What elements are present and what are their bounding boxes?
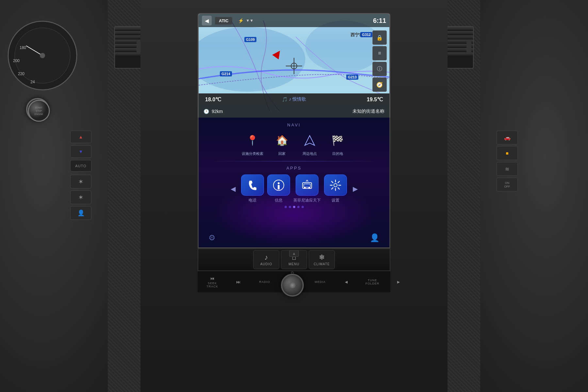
svg-text:ENGINE: ENGINE — [35, 113, 43, 115]
volume-knob[interactable] — [281, 274, 304, 297]
nearby-icon — [301, 131, 319, 149]
person-icon[interactable]: 👤 — [70, 206, 91, 220]
svg-text:START: START — [35, 106, 43, 109]
settings-small-icon[interactable]: ⚙ — [208, 233, 216, 242]
signal-icon: ▼▼ — [246, 18, 253, 23]
nav-screen[interactable]: ◀ ATIC ⚡ ▼▼ 6:11 西宁市 G109 G312 G214 G213 — [198, 13, 390, 118]
climate-bar: 18.0℃ 🎵 ♪ 恨情歌 19.5℃ — [199, 93, 389, 105]
media-button[interactable]: MEDIA — [307, 280, 333, 284]
navi-label: NAVI — [205, 122, 383, 127]
bluetooth-icon: ⚡ — [238, 18, 244, 23]
climate-button[interactable]: ❄ CLIMATE — [309, 250, 335, 269]
media-label: MEDIA — [315, 280, 326, 284]
navi-item-nearby[interactable]: 周边地点 — [301, 131, 319, 156]
audio-icon: ♪ — [265, 253, 268, 262]
svg-point-13 — [305, 21, 383, 72]
map-info-bar: 🕐 92km 未知的街道名称 — [199, 105, 389, 118]
map-back-button[interactable]: ◀ — [202, 16, 212, 25]
on-off-button[interactable]: ONOFF — [497, 178, 518, 191]
main-display: ◀ ATIC ⚡ ▼▼ 6:11 西宁市 G109 G312 G214 G213 — [198, 13, 390, 292]
facility-label: 设施分类检索 — [242, 151, 263, 156]
music-title: ♪ 恨情歌 — [289, 96, 306, 102]
fan-icon[interactable]: ✶ — [70, 175, 91, 188]
street-name: 未知的街道名称 — [352, 108, 384, 114]
apps-label: APPS — [205, 166, 383, 171]
navi-items: 📍 设施分类检索 🏠 回家 周边地点 — [205, 131, 383, 156]
ignition-button[interactable]: START STOP ENGINE — [26, 98, 59, 131]
svg-text:STOP: STOP — [36, 110, 42, 112]
route-label-g109: G109 — [244, 37, 256, 42]
map-compass-button[interactable]: 🧭 — [372, 77, 387, 92]
navi-item-facility[interactable]: 📍 设施分类检索 — [242, 131, 263, 156]
auto-button[interactable]: AUTO — [70, 160, 91, 172]
map-crosshair — [286, 58, 302, 74]
volume-control: VOL ⏻ — [281, 267, 304, 297]
map-info-button[interactable]: ⓘ — [372, 62, 387, 76]
svg-text:200: 200 — [13, 58, 20, 63]
route-label-g214: G214 — [220, 71, 232, 76]
climate-label: CLIMATE — [314, 262, 330, 266]
tune-back-icon: ◄ — [344, 279, 349, 285]
fan2-icon[interactable]: ✶ — [70, 190, 91, 204]
home-label: 回家 — [278, 151, 286, 156]
map-distance: 🕐 92km — [204, 109, 223, 114]
clock-icon: 🕐 — [204, 109, 209, 114]
map-time: 6:11 — [373, 17, 386, 24]
seek-track-back-button[interactable]: ⏮ SEEKTRACK — [199, 276, 225, 288]
climate-icon: ❄ — [319, 253, 325, 262]
nearby-label: 周边地点 — [302, 151, 317, 156]
route-label-g213: G213 — [346, 74, 358, 80]
knob-center — [289, 282, 296, 288]
seek-track-back-label: SEEKTRACK — [206, 282, 218, 288]
info-bottom-row: ⚙ 👤 — [199, 233, 389, 242]
heated-rear-icon[interactable]: ≋ — [497, 162, 518, 176]
svg-point-7 — [40, 53, 45, 58]
map-top-bar: ◀ ATIC ⚡ ▼▼ 6:11 — [199, 14, 389, 27]
svg-text:180: 180 — [20, 45, 26, 50]
music-display: 🎵 ♪ 恨情歌 — [282, 96, 306, 102]
defrost-front-icon[interactable]: 🚗 — [497, 131, 518, 144]
seek-back-icon: ⏮ — [210, 276, 215, 281]
right-temp-display: 19.5℃ — [367, 96, 383, 103]
speedometer: 180 200 220 24 — [7, 20, 78, 91]
navi-item-destination[interactable]: 🏁 目的地 — [329, 131, 347, 156]
eject-button[interactable]: ▲ — [289, 250, 299, 257]
navi-section: NAVI 📍 设施分类检索 🏠 回家 — [199, 118, 389, 159]
profile-icon[interactable]: 👤 — [370, 233, 380, 242]
home-icon: 🏠 — [273, 131, 291, 149]
menu-label: MENU — [288, 262, 299, 266]
navi-item-home[interactable]: 🏠 回家 — [273, 131, 291, 156]
tune-fwd-button[interactable]: ► — [385, 279, 412, 285]
info-screen: NAVI 📍 设施分类检索 🏠 回家 — [198, 118, 390, 248]
map-list-button[interactable]: ≡ — [372, 46, 387, 60]
svg-text:24: 24 — [30, 80, 35, 84]
radio-button[interactable]: RADIO — [252, 280, 278, 284]
audio-button[interactable]: ♪ AUDIO — [253, 250, 279, 269]
seek-fwd-icon: ⏭ — [236, 279, 241, 285]
tune-folder-button[interactable]: TUNEFOLDER — [359, 279, 385, 285]
seek-track-fwd-button[interactable]: ⏭ — [225, 279, 252, 285]
map-title: ATIC — [215, 17, 232, 24]
destination-icon: 🏁 — [329, 131, 347, 149]
map-lock-button[interactable]: 🔒 — [372, 30, 387, 45]
defrost-rear-icon[interactable]: ■ — [497, 146, 518, 160]
svg-text:220: 220 — [18, 72, 24, 76]
left-temp-display: 18.0℃ — [205, 96, 221, 103]
left-temp-up-button[interactable]: ▲ — [70, 131, 91, 143]
tune-fwd-icon: ► — [396, 279, 401, 285]
destination-label: 目的地 — [332, 151, 343, 156]
map-controls: 🔒 ≡ ⓘ 🧭 — [372, 30, 387, 92]
facility-icon: 📍 — [243, 131, 261, 149]
button-bar: ▲ ♪ AUDIO ⌂ MENU ❄ CLIMATE — [198, 248, 390, 271]
bluetooth-music-icon: 🎵 — [282, 97, 287, 102]
bottom-control-bar: ⏮ SEEKTRACK ⏭ RADIO VOL ⏻ MEDIA — [198, 271, 390, 292]
left-temp-down-button[interactable]: ▼ — [70, 145, 91, 158]
separator — [208, 161, 380, 161]
tune-back-button[interactable]: ◄ — [333, 279, 359, 285]
audio-label: AUDIO — [260, 262, 272, 266]
tune-folder-label: TUNEFOLDER — [366, 279, 380, 285]
radio-label: RADIO — [259, 280, 270, 284]
svg-marker-14 — [305, 136, 315, 145]
vent-left — [114, 26, 144, 69]
car-interior: 180 200 220 24 — [0, 0, 588, 392]
